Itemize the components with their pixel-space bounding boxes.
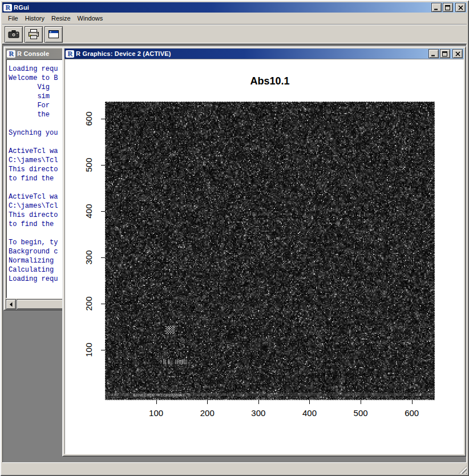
y-tick: [101, 257, 105, 258]
snapshot-button[interactable]: [5, 26, 23, 43]
plot-title: Abs10.1: [105, 75, 435, 87]
main-window-title: RGui: [14, 4, 430, 11]
console-focus-button[interactable]: [45, 26, 63, 43]
minimize-icon: [431, 51, 436, 57]
menu-resize[interactable]: Resize: [48, 14, 74, 23]
y-axis: 100200300400500600: [65, 102, 105, 400]
r-graphics-window[interactable]: R R Graphics: Device 2 (ACTIVE) Abs10.1: [62, 46, 466, 457]
close-icon: [458, 5, 463, 10]
printer-icon: [27, 29, 40, 39]
graphics-minimize-button[interactable]: [428, 49, 439, 58]
graphics-close-button[interactable]: [452, 49, 463, 58]
x-tick: [258, 400, 259, 404]
y-tick-label: 300: [84, 249, 94, 265]
menu-windows[interactable]: Windows: [74, 14, 107, 23]
print-button[interactable]: [25, 26, 43, 43]
y-tick-label: 500: [84, 157, 94, 173]
x-tick: [309, 400, 310, 404]
x-tick: [156, 400, 157, 404]
x-tick: [412, 400, 413, 404]
y-tick-label: 600: [84, 111, 94, 127]
menu-file[interactable]: File: [5, 14, 22, 23]
graphics-maximize-button[interactable]: [440, 49, 450, 58]
x-tick-label: 600: [405, 408, 419, 418]
y-tick-label: 400: [84, 203, 94, 219]
status-bar: [2, 462, 467, 474]
camera-icon: [7, 29, 20, 39]
x-tick-label: 400: [302, 408, 317, 418]
resize-grip[interactable]: [459, 466, 467, 474]
r-graphics-icon: R: [66, 50, 74, 58]
y-tick-label: 100: [84, 342, 94, 358]
r-app-icon: R: [3, 4, 12, 11]
x-tick: [361, 400, 361, 404]
menubar: File History Resize Windows: [2, 13, 467, 23]
y-tick: [101, 211, 105, 212]
minimize-button[interactable]: [431, 3, 442, 12]
mdi-workspace: R R Console Loading requ Welcome to B Vi…: [2, 44, 467, 463]
minimize-icon: [434, 5, 439, 10]
x-axis: 100200300400500600: [105, 400, 435, 424]
y-tick: [101, 350, 105, 350]
maximize-button[interactable]: [443, 3, 453, 12]
scroll-left-button[interactable]: [6, 299, 16, 309]
x-tick-label: 300: [251, 408, 265, 418]
r-console-icon: R: [7, 50, 15, 58]
rgui-main-window: R RGui File History Resize Windows: [0, 0, 469, 476]
x-tick-label: 500: [354, 408, 368, 418]
x-tick-label: 200: [200, 408, 215, 418]
window-icon: [47, 29, 60, 39]
graphics-titlebar[interactable]: R R Graphics: Device 2 (ACTIVE): [64, 49, 464, 59]
y-tick: [101, 165, 105, 166]
close-icon: [455, 51, 460, 57]
microarray-image: [105, 102, 435, 400]
maximize-icon: [442, 51, 448, 57]
close-button[interactable]: [455, 3, 466, 12]
maximize-icon: [445, 5, 451, 10]
y-tick: [101, 119, 105, 119]
graphics-title: R Graphics: Device 2 (ACTIVE): [76, 50, 427, 57]
y-tick-label: 200: [84, 296, 94, 312]
menu-history[interactable]: History: [22, 14, 48, 23]
y-tick: [101, 304, 105, 304]
toolbar: [2, 24, 467, 44]
main-titlebar[interactable]: R RGui: [2, 2, 467, 13]
plot-area: Abs10.1 100200300400500600 1002003004005…: [64, 59, 464, 454]
x-tick-label: 100: [149, 408, 163, 418]
arrow-left-icon: [9, 302, 13, 307]
x-tick: [207, 400, 208, 404]
